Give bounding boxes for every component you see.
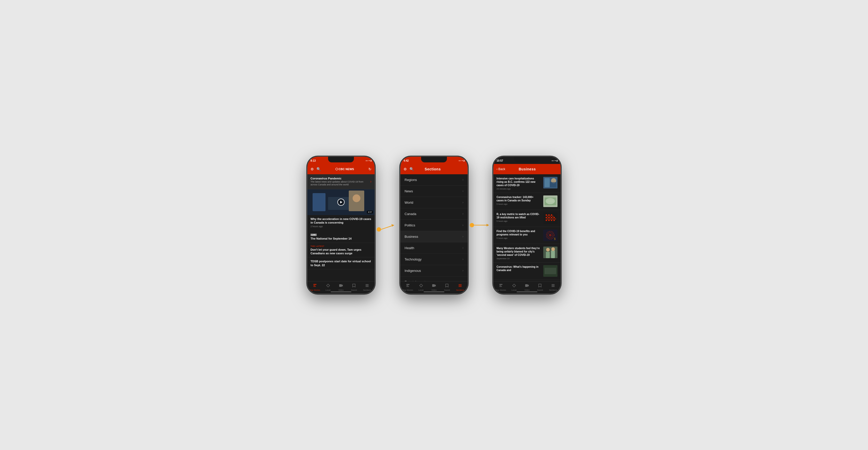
svg-point-40	[553, 217, 555, 218]
svg-marker-24	[487, 224, 489, 226]
nav-top-stories-label-2: Top Stories	[403, 289, 413, 291]
nav-video-3[interactable]: Video	[521, 284, 533, 291]
nav-sections-icon-1	[365, 284, 369, 288]
back-button[interactable]: ‹ Back	[497, 167, 505, 171]
svg-rect-66	[499, 286, 502, 287]
search-icon-2[interactable]: 🔍	[409, 167, 414, 171]
section-politics[interactable]: Politics ›	[400, 220, 468, 231]
svg-point-51	[555, 218, 556, 220]
nav-sections-icon-2	[458, 284, 462, 288]
article-item-1[interactable]: Coronavirus tracker: 143,000+ cases in C…	[493, 193, 561, 210]
svg-point-37	[546, 217, 547, 218]
article-item-5[interactable]: Coronavirus: What's happening in Canada …	[493, 263, 561, 280]
section-technology[interactable]: Technology ›	[400, 254, 468, 265]
nav-sections-label-1: Sections	[363, 289, 371, 291]
settings-icon[interactable]: ⚙	[311, 167, 314, 171]
section-entertainment[interactable]: Entertainment ›	[400, 277, 468, 281]
nav-local-icon-1	[326, 284, 330, 288]
article-item-2[interactable]: R, a key metric to watch as COVID-19 res…	[493, 210, 561, 227]
svg-rect-65	[499, 285, 501, 286]
svg-point-49	[550, 218, 551, 220]
svg-point-44	[553, 220, 555, 221]
svg-point-43	[551, 220, 552, 221]
news-item-1[interactable]: THE LATEST Don't let your guard down, Ta…	[307, 243, 375, 258]
news-item-0[interactable]: LIVE The National for September 14	[307, 230, 375, 243]
section-world[interactable]: World ›	[400, 197, 468, 208]
svg-point-41	[546, 220, 547, 221]
sections-list: Regions › News › World › Canada ›	[400, 174, 468, 281]
nav-saved-2[interactable]: Saved	[440, 284, 454, 291]
article-thumb-4	[543, 247, 557, 258]
breaking-banner[interactable]: Coronavirus Pandemic The latest news and…	[307, 174, 375, 189]
section-label-regions: Regions	[405, 178, 417, 182]
section-label-indigenous: Indigenous	[405, 269, 421, 272]
section-label-business: Business	[405, 235, 418, 238]
svg-rect-17	[406, 286, 409, 287]
nav-local-2[interactable]: Local	[414, 284, 427, 291]
article-item-4[interactable]: Many Western students feel they're being…	[493, 244, 561, 263]
article-time-1: 5 hours ago	[497, 203, 541, 205]
nav-saved-label-3: Saved	[537, 289, 543, 291]
nav-top-stories-3[interactable]: Top Stories	[494, 284, 507, 291]
section-label-world: World	[405, 201, 413, 204]
chevron-regions: ›	[462, 178, 463, 182]
home-indicator-3	[517, 291, 537, 292]
nav-video-icon-2	[432, 284, 436, 288]
article-thumb-3: $	[543, 229, 557, 241]
article-text-0: Intensive care hospitalizations rising a…	[497, 177, 541, 190]
svg-point-61	[551, 247, 555, 251]
nav-video-icon-3	[525, 284, 529, 288]
article-item-0[interactable]: Intensive care hospitalizations rising a…	[493, 174, 561, 193]
section-label-news: News	[405, 189, 413, 193]
status-time-1: 8:13	[311, 159, 316, 162]
article-thumb-0	[543, 177, 557, 189]
section-news[interactable]: News ›	[400, 186, 468, 197]
breaking-desc: The latest news and updates about COVID-…	[311, 181, 370, 186]
svg-rect-28	[550, 182, 556, 187]
nav-saved-label-1: Saved	[351, 289, 357, 291]
svg-rect-9	[366, 284, 369, 285]
article-title-0: Intensive care hospitalizations rising a…	[497, 177, 541, 187]
nav-video-label-2: Video	[431, 289, 437, 291]
article-item-3[interactable]: Find the COVID-19 benefits and programs …	[493, 227, 561, 244]
nav-saved-1[interactable]: Saved	[347, 284, 361, 291]
svg-point-55	[549, 234, 552, 236]
svg-rect-57	[543, 247, 557, 258]
nav-local-1[interactable]: Local	[321, 284, 334, 291]
svg-rect-18	[432, 284, 435, 287]
section-business[interactable]: Business ›	[400, 231, 468, 243]
article-title-3: Find the COVID-19 benefits and programs …	[497, 229, 541, 236]
home-indicator-2	[424, 291, 444, 292]
settings-icon-2[interactable]: ⚙	[404, 167, 407, 171]
nav-sections-1[interactable]: Sections	[361, 284, 374, 291]
nav-saved-icon-2	[445, 284, 449, 288]
section-health[interactable]: Health ›	[400, 243, 468, 254]
nav-sections-label-2: Sections	[456, 289, 464, 291]
section-canada[interactable]: Canada ›	[400, 208, 468, 220]
play-button[interactable]	[337, 198, 345, 206]
nav-top-stories-1[interactable]: Top Stories	[308, 284, 321, 291]
section-indigenous[interactable]: Indigenous ›	[400, 265, 468, 277]
svg-rect-68	[552, 284, 555, 285]
chevron-world: ›	[462, 201, 463, 204]
nav-sections-2[interactable]: Sections	[454, 284, 467, 291]
nav-top-stories-icon-2	[406, 284, 410, 288]
nav-top-stories-2[interactable]: Top Stories	[401, 284, 414, 291]
search-icon[interactable]: 🔍	[316, 167, 321, 171]
svg-rect-32	[547, 200, 554, 202]
news-item-2[interactable]: TDSB postpones start date for virtual sc…	[307, 257, 375, 269]
signal-icon-3: ▪▪▪	[552, 160, 554, 162]
section-label-politics: Politics	[405, 223, 415, 227]
nav-local-label-3: Local	[512, 289, 517, 291]
video-card[interactable]: 8:57	[307, 189, 375, 215]
nav-video-2[interactable]: Video	[428, 284, 440, 291]
svg-point-39	[551, 217, 552, 218]
nav-sections-3[interactable]: Sections	[547, 284, 560, 291]
nav-saved-3[interactable]: Saved	[533, 284, 547, 291]
nav-local-3[interactable]: Local	[507, 284, 520, 291]
nav-video-1[interactable]: Video	[335, 284, 347, 291]
arrow-1-wrapper	[375, 215, 400, 235]
section-regions[interactable]: Regions ›	[400, 174, 468, 186]
refresh-icon[interactable]: ↻	[368, 167, 371, 171]
chevron-indigenous: ›	[462, 269, 463, 272]
